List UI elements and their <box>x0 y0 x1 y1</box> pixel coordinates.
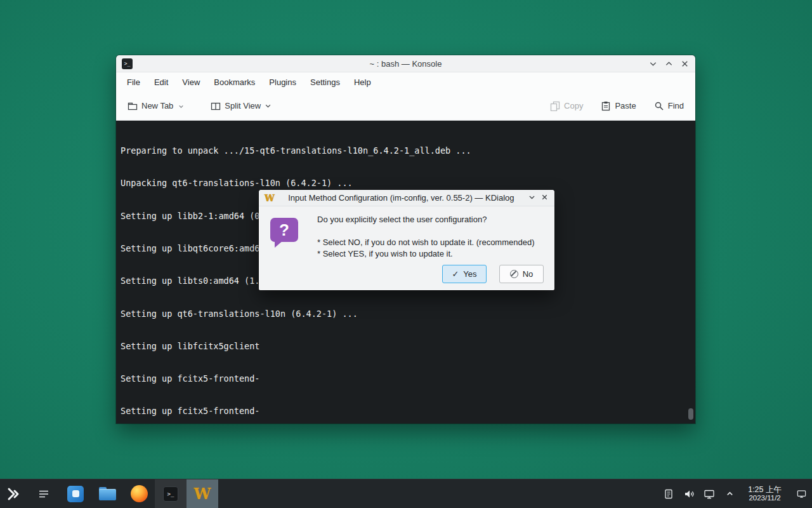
copy-icon <box>550 101 560 111</box>
launcher-icon <box>6 486 22 502</box>
paste-label: Paste <box>615 101 636 110</box>
desktop: >_ ~ : bash — Konsole File Edit View Boo… <box>0 0 812 508</box>
yes-button[interactable]: ✓ Yes <box>442 265 487 283</box>
menu-edit[interactable]: Edit <box>147 72 175 91</box>
show-desktop-button[interactable] <box>796 488 807 500</box>
display-settings-icon[interactable] <box>704 488 715 500</box>
terminal-line: Setting up qt6-translations-l10n (6.4.2-… <box>121 309 686 319</box>
terminal-line: Setting up fcitx5-frontend- <box>121 373 686 384</box>
new-tab-menu-arrow-icon <box>178 104 184 109</box>
menu-plugins[interactable]: Plugins <box>262 72 303 91</box>
window-controls <box>648 58 690 69</box>
new-tab-button[interactable]: New Tab <box>128 101 184 111</box>
terminal-line: Setting up fcitx5-frontend- <box>121 406 686 417</box>
dialog-menu-arrow-icon[interactable] <box>528 192 536 204</box>
menu-view[interactable]: View <box>175 72 207 91</box>
tray-expander-icon[interactable] <box>724 488 735 500</box>
dialog-option-yes-text: * Select YES, if you wish to update it. <box>317 249 453 258</box>
yes-button-label: Yes <box>463 269 476 279</box>
taskbar-app-wine[interactable]: W <box>187 479 218 508</box>
dialog-title: Input Method Configuration (im-config, v… <box>279 193 523 203</box>
dialog-buttons: ✓ Yes No <box>442 265 544 283</box>
dialog-question-text: Do you explicitly select the user config… <box>317 215 487 224</box>
menu-settings[interactable]: Settings <box>303 72 347 91</box>
file-manager-icon <box>99 487 116 500</box>
menu-bookmarks[interactable]: Bookmarks <box>207 72 262 91</box>
volume-icon[interactable] <box>683 488 695 500</box>
titlebar[interactable]: >_ ~ : bash — Konsole <box>116 55 695 72</box>
firefox-icon <box>131 485 148 502</box>
konsole-icon: >_ <box>163 486 178 502</box>
kdialog-window: W Input Method Configuration (im-config,… <box>259 190 554 290</box>
clock-date: 2023/11/2 <box>748 494 782 502</box>
dialog-close-icon[interactable] <box>540 192 549 204</box>
split-view-label: Split View <box>225 101 261 110</box>
copy-label: Copy <box>564 101 583 110</box>
copy-button[interactable]: Copy <box>550 101 583 111</box>
split-view-menu-arrow-icon <box>265 102 272 109</box>
digital-clock[interactable]: 1:25 上午 2023/11/2 <box>744 486 785 502</box>
no-button-label: No <box>523 269 534 279</box>
new-tab-icon <box>128 101 138 111</box>
split-view-button[interactable]: Split View <box>211 101 272 111</box>
new-tab-label: New Tab <box>141 101 173 110</box>
menu-file[interactable]: File <box>120 72 147 91</box>
clock-time: 1:25 上午 <box>748 486 782 494</box>
blue-app-icon <box>67 486 84 502</box>
menubar: File Edit View Bookmarks Plugins Setting… <box>116 72 695 91</box>
konsole-app-icon: >_ <box>122 58 133 69</box>
system-tray: 1:25 上午 2023/11/2 <box>663 486 812 502</box>
window-list-icon <box>37 488 50 500</box>
terminal-line: Setting up libfcitx5gclient <box>121 341 686 352</box>
split-view-icon <box>211 101 221 111</box>
toolbar: New Tab Split View Copy Paste <box>116 91 695 121</box>
taskbar-app-firefox[interactable] <box>123 479 155 508</box>
minimize-icon[interactable] <box>648 58 658 69</box>
check-icon: ✓ <box>452 269 459 279</box>
close-icon[interactable] <box>679 58 690 69</box>
dialog-titlebar[interactable]: W Input Method Configuration (im-config,… <box>259 190 554 206</box>
taskbar-app-konsole[interactable]: >_ <box>155 479 187 508</box>
find-button[interactable]: Find <box>654 101 684 111</box>
show-desktop-icon <box>796 488 807 499</box>
dialog-body: ? Do you explicitly select the user conf… <box>259 206 554 290</box>
paste-icon <box>601 101 611 111</box>
terminal-line: Preparing to unpack .../15-qt6-translati… <box>121 145 686 156</box>
taskbar-app-file-manager[interactable] <box>91 479 123 508</box>
dialog-option-no-text: * Select NO, if you do not wish to updat… <box>317 237 535 247</box>
wine-icon: W <box>194 486 211 502</box>
paste-button[interactable]: Paste <box>601 101 636 111</box>
maximize-icon[interactable] <box>664 58 674 69</box>
window-title: ~ : bash — Konsole <box>116 59 695 69</box>
application-launcher-button[interactable] <box>0 479 28 508</box>
prohibition-icon <box>510 270 518 278</box>
no-button[interactable]: No <box>499 265 544 283</box>
find-label: Find <box>668 101 684 110</box>
search-icon <box>654 101 664 111</box>
clipboard-icon[interactable] <box>663 488 674 500</box>
question-mark-icon: ? <box>270 218 299 247</box>
terminal-line: Unpacking qt6-translations-l10n (6.4.2-1… <box>121 178 686 189</box>
wine-icon: W <box>265 194 275 203</box>
terminal-scrollbar-thumb[interactable] <box>688 408 693 420</box>
taskbar-app-blue[interactable] <box>60 479 91 508</box>
taskbar: >_ W 1:25 上午 2023/11/2 <box>0 479 812 508</box>
window-list-button[interactable] <box>28 479 60 508</box>
menu-help[interactable]: Help <box>347 72 378 91</box>
